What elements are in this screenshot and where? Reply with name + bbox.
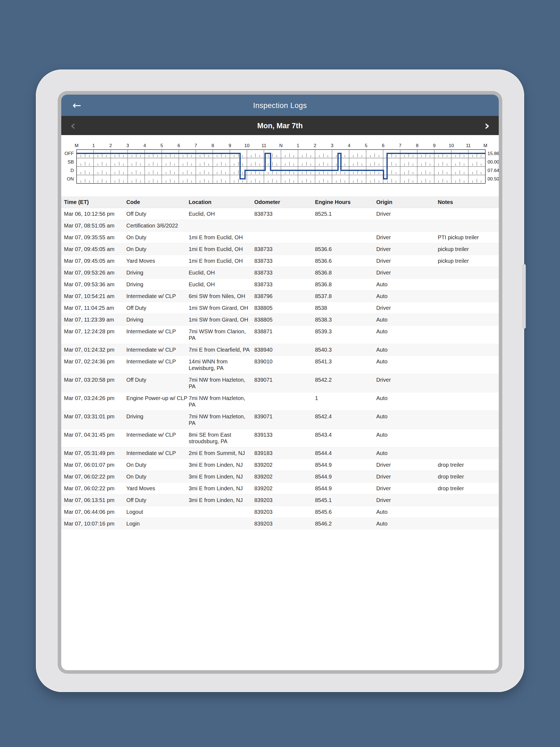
cell-odometer: 839133 xyxy=(252,429,312,447)
cell-time: Mar 07, 09:53:26 am xyxy=(61,267,124,279)
graph-duty-total: 15.86 xyxy=(487,151,499,156)
cell-engine-hours: 8540.3 xyxy=(312,344,374,356)
table-row: Mar 07, 06:44:06 pmLogout8392038545.6Aut… xyxy=(61,506,499,518)
cell-location xyxy=(186,220,252,232)
inspection-log-table: Time (ET)CodeLocationOdometerEngine Hour… xyxy=(61,196,499,530)
cell-notes xyxy=(435,447,499,459)
cell-code: Off Duty xyxy=(124,494,186,506)
cell-location: 3mi E from Linden, NJ xyxy=(186,483,252,494)
cell-origin: Auto xyxy=(374,314,435,326)
cell-engine-hours: 8538 xyxy=(312,302,374,314)
cell-time: Mar 07, 03:20:58 pm xyxy=(61,374,124,392)
cell-time: Mar 07, 03:24:26 pm xyxy=(61,392,124,411)
cell-engine-hours: 8536.6 xyxy=(312,243,374,255)
cell-time: Mar 07, 11:23:39 am xyxy=(61,314,124,326)
graph-hour-label: 3 xyxy=(126,143,129,148)
column-header-location: Location xyxy=(186,197,252,208)
table-row: Mar 07, 01:24:32 pmIntermediate w/ CLP7m… xyxy=(61,344,499,356)
table-row: Mar 07, 06:01:07 pmOn Duty3mi E from Lin… xyxy=(61,459,499,471)
cell-origin: Auto xyxy=(374,356,435,374)
table-row: Mar 07, 04:31:45 pmIntermediate w/ CLP8m… xyxy=(61,429,499,447)
cell-notes xyxy=(435,494,499,506)
table-row: Mar 07, 09:45:05 amYard Moves1mi E from … xyxy=(61,255,499,267)
cell-location: 1mi E from Euclid, OH xyxy=(186,232,252,243)
table-row: Mar 07, 09:45:05 amOn Duty1mi E from Euc… xyxy=(61,243,499,255)
table-row: Mar 07, 10:07:16 pmLogin8392038546.2Auto xyxy=(61,518,499,530)
cell-notes xyxy=(435,290,499,302)
cell-origin: Auto xyxy=(374,411,435,429)
cell-location: 3mi E from Linden, NJ xyxy=(186,459,252,471)
cell-engine-hours: 8544.4 xyxy=(312,447,374,459)
table-row: Mar 07, 03:20:58 pmOff Duty7mi NW from H… xyxy=(61,374,499,392)
cell-engine-hours: 8545.6 xyxy=(312,506,374,518)
cell-origin: Auto xyxy=(374,447,435,459)
cell-notes: drop treiler xyxy=(435,459,499,471)
table-row: Mar 07, 10:54:21 amIntermediate w/ CLP6m… xyxy=(61,290,499,302)
table-row: Mar 07, 06:02:22 pmYard Moves3mi E from … xyxy=(61,483,499,494)
cell-notes xyxy=(435,411,499,429)
cell-origin: Driver xyxy=(374,243,435,255)
cell-origin: Driver xyxy=(374,494,435,506)
cell-notes: pickup treiler xyxy=(435,243,499,255)
cell-odometer: 838733 xyxy=(252,267,312,279)
next-day-button[interactable]: › xyxy=(478,116,497,135)
cell-engine-hours: 8543.4 xyxy=(312,429,374,447)
cell-code: Certification 3/6/2022 xyxy=(124,220,186,232)
table-row: Mar 06, 10:12:56 pmOff DutyEuclid, OH838… xyxy=(61,208,499,220)
cell-odometer: 838733 xyxy=(252,243,312,255)
cell-engine-hours xyxy=(312,232,374,243)
cell-origin: Auto xyxy=(374,279,435,290)
cell-time: Mar 07, 09:45:05 am xyxy=(61,255,124,267)
cell-origin: Auto xyxy=(374,429,435,447)
cell-odometer: 838733 xyxy=(252,255,312,267)
cell-code: Intermediate w/ CLP xyxy=(124,290,186,302)
column-header-notes: Notes xyxy=(435,197,499,208)
cell-time: Mar 07, 05:31:49 pm xyxy=(61,447,124,459)
graph-hour-label: M xyxy=(483,143,487,148)
cell-time: Mar 07, 06:44:06 pm xyxy=(61,506,124,518)
cell-origin: Driver xyxy=(374,471,435,483)
graph-hour-label: 6 xyxy=(177,143,180,148)
cell-origin: Driver xyxy=(374,302,435,314)
table-row: Mar 07, 11:23:39 amDriving1mi SW from Gi… xyxy=(61,314,499,326)
cell-notes xyxy=(435,326,499,344)
tablet-side-button xyxy=(523,264,526,329)
cell-engine-hours: 8537.8 xyxy=(312,290,374,302)
cell-code: Engine Power-up w/ CLP xyxy=(124,392,186,411)
cell-location xyxy=(186,506,252,518)
cell-location: 3mi E from Linden, NJ xyxy=(186,471,252,483)
cell-engine-hours xyxy=(312,220,374,232)
cell-origin: Driver xyxy=(374,459,435,471)
cell-location: 1mi SW from Girard, OH xyxy=(186,302,252,314)
cell-location: 1mi SW from Girard, OH xyxy=(186,314,252,326)
cell-notes xyxy=(435,392,499,411)
page-title: Inspection Logs xyxy=(61,95,499,116)
graph-hour-label: 1 xyxy=(297,143,299,148)
cell-origin xyxy=(374,220,435,232)
cell-code: Intermediate w/ CLP xyxy=(124,344,186,356)
cell-time: Mar 07, 08:51:05 am xyxy=(61,220,124,232)
cell-engine-hours: 8525.1 xyxy=(312,208,374,220)
cell-time: Mar 07, 01:24:32 pm xyxy=(61,344,124,356)
cell-odometer: 839203 xyxy=(252,506,312,518)
cell-notes: PTI pickup treiler xyxy=(435,232,499,243)
cell-odometer: 839183 xyxy=(252,447,312,459)
cell-engine-hours: 8544.9 xyxy=(312,471,374,483)
cell-odometer: 838871 xyxy=(252,326,312,344)
table-row: Mar 07, 03:31:01 pmDriving7mi NW from Ha… xyxy=(61,411,499,429)
cell-location: 14mi WNN from Lewisburg, PA xyxy=(186,356,252,374)
table-row: Mar 07, 08:51:05 amCertification 3/6/202… xyxy=(61,220,499,232)
graph-hour-label: M xyxy=(75,143,78,148)
graph-hour-label: 1 xyxy=(93,143,95,148)
cell-time: Mar 07, 03:31:01 pm xyxy=(61,411,124,429)
inspection-log-table-wrap: Time (ET)CodeLocationOdometerEngine Hour… xyxy=(61,196,499,530)
graph-duty-row-label: SB xyxy=(68,159,74,164)
cell-odometer: 839010 xyxy=(252,356,312,374)
cell-origin: Driver xyxy=(374,267,435,279)
date-navigation-bar: ‹ Mon, Mar 7th › xyxy=(61,116,499,135)
cell-odometer: 838733 xyxy=(252,208,312,220)
cell-code: Driving xyxy=(124,267,186,279)
cell-engine-hours: 8538.3 xyxy=(312,314,374,326)
cell-origin: Driver xyxy=(374,483,435,494)
cell-location: Euclid, OH xyxy=(186,279,252,290)
